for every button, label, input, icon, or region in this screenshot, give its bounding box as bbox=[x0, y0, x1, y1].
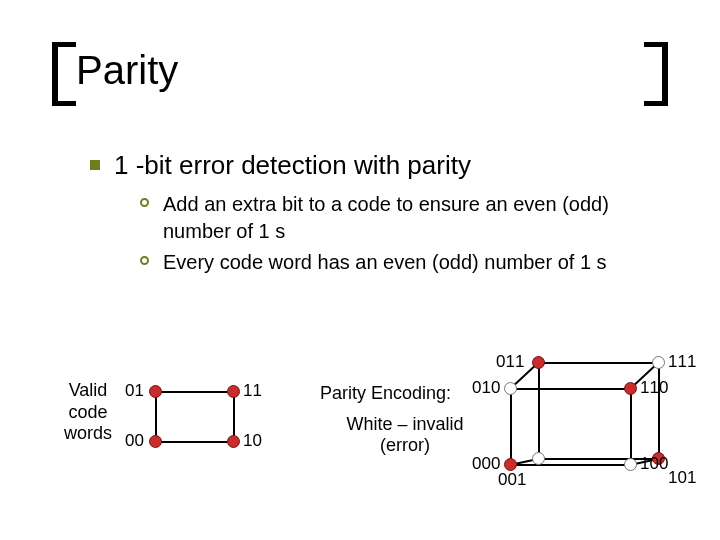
node-00 bbox=[149, 435, 162, 448]
bullet-l2: Every code word has an even (odd) number… bbox=[140, 249, 680, 276]
bullet-l2-text: Every code word has an even (odd) number… bbox=[163, 249, 607, 276]
lbl-11: 11 bbox=[243, 381, 262, 401]
circle-bullet-icon bbox=[140, 198, 149, 207]
lbl-100: 100 bbox=[640, 454, 668, 474]
lbl-10: 10 bbox=[243, 431, 262, 451]
bullet-l1-text: 1 -bit error detection with parity bbox=[114, 150, 471, 181]
bracket-right bbox=[644, 42, 668, 106]
lbl-001: 001 bbox=[498, 470, 526, 490]
node-100 bbox=[624, 458, 637, 471]
circle-bullet-icon bbox=[140, 256, 149, 265]
content-block: 1 -bit error detection with parity Add a… bbox=[90, 150, 680, 280]
edge bbox=[155, 441, 235, 443]
lbl-110: 110 bbox=[640, 378, 668, 398]
lbl-000: 000 bbox=[472, 454, 500, 474]
bullet-l2-list: Add an extra bit to a code to ensure an … bbox=[140, 191, 680, 276]
lbl-01: 01 bbox=[125, 381, 144, 401]
bullet-l1: 1 -bit error detection with parity bbox=[90, 150, 680, 181]
node-011 bbox=[532, 356, 545, 369]
title-bar: Parity bbox=[60, 48, 660, 92]
edge bbox=[155, 391, 235, 393]
edge bbox=[658, 362, 660, 458]
lbl-00: 00 bbox=[125, 431, 144, 451]
edge bbox=[510, 388, 632, 390]
slide-title: Parity bbox=[76, 48, 660, 92]
bullet-l2-text: Add an extra bit to a code to ensure an … bbox=[163, 191, 680, 245]
valid-code-words-label: Valid code words bbox=[60, 380, 116, 445]
node-110 bbox=[624, 382, 637, 395]
bullet-l2: Add an extra bit to a code to ensure an … bbox=[140, 191, 680, 245]
node-111 bbox=[652, 356, 665, 369]
edge bbox=[538, 362, 660, 364]
edge bbox=[510, 464, 632, 466]
node-01 bbox=[149, 385, 162, 398]
lbl-011: 011 bbox=[496, 352, 524, 372]
lbl-111: 111 bbox=[668, 352, 696, 372]
edge bbox=[510, 388, 512, 464]
edge bbox=[630, 388, 632, 464]
node-10 bbox=[227, 435, 240, 448]
bracket-left bbox=[52, 42, 76, 106]
edge bbox=[538, 362, 540, 458]
invalid-note: White – invalid (error) bbox=[330, 414, 480, 456]
square-diagram: 01 11 00 10 bbox=[130, 375, 270, 465]
parity-encoding-label: Parity Encoding: bbox=[320, 383, 451, 404]
lbl-010: 010 bbox=[472, 378, 500, 398]
node-010 bbox=[504, 382, 517, 395]
node-001 bbox=[532, 452, 545, 465]
node-11 bbox=[227, 385, 240, 398]
cube-diagram: 011 111 010 110 001 101 000 100 bbox=[490, 340, 700, 500]
square-bullet-icon bbox=[90, 160, 100, 170]
lbl-101: 101 bbox=[668, 468, 696, 488]
